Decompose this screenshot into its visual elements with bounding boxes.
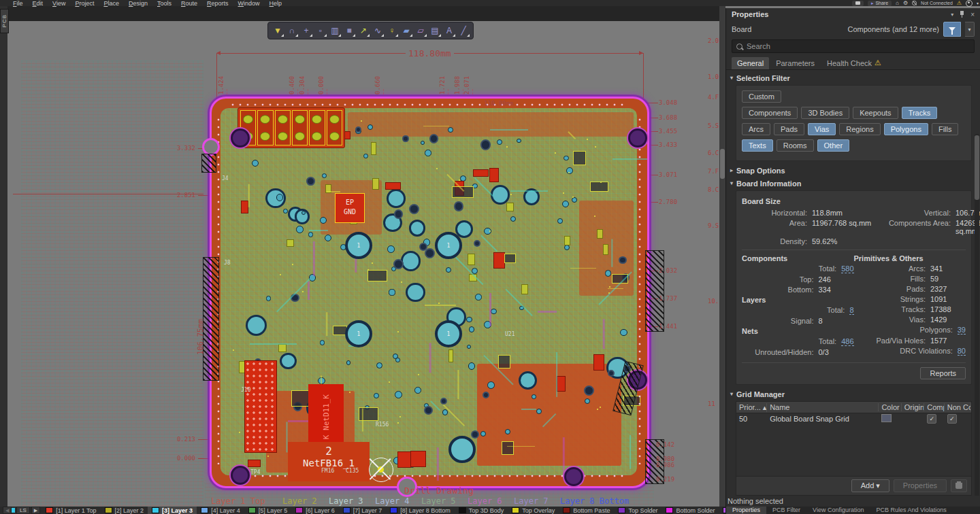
tool-button[interactable]: ▫ — [314, 24, 327, 37]
layer-tab[interactable]: [8] Layer 8 Bottom — [386, 507, 455, 514]
layer-tab[interactable]: [1] Layer 1 Top — [42, 507, 100, 514]
connection-status[interactable]: Not Connected — [921, 1, 953, 5]
column-header[interactable]: Prior... ▴ — [736, 403, 767, 412]
menu-item[interactable]: Window — [233, 0, 265, 7]
panel-bottom-tab[interactable]: PCB Filter — [766, 507, 806, 514]
tool-button[interactable]: ∩ — [285, 24, 299, 37]
panel-tab[interactable]: Parameters — [770, 57, 820, 69]
panel-bottom-tab[interactable]: Properties — [726, 507, 766, 514]
panel-bottom-tab[interactable]: PCB Rules And Violations — [870, 507, 952, 514]
menu-item[interactable]: Reports — [202, 0, 233, 7]
pin-icon[interactable] — [960, 11, 964, 18]
grid-color-swatch[interactable] — [881, 414, 892, 422]
filter-dropdown-button[interactable]: ▾ — [965, 22, 975, 37]
selection-filter-button[interactable]: Arcs — [742, 123, 770, 135]
selection-filter-button[interactable]: Components — [742, 107, 798, 119]
pcb-canvas[interactable]: 118.80mm 110.80mm 106.75mm 1.4240.4600.3… — [7, 6, 719, 507]
section-snap-options[interactable]: ▸Snap Options — [730, 164, 973, 177]
grid-row[interactable]: 50 Global Board Snap Grid — [736, 413, 971, 424]
tool-button[interactable]: ╱ — [457, 24, 470, 37]
section-selection-filter[interactable]: ▾Selection Filter — [730, 71, 973, 84]
non-comp-checkbox[interactable] — [947, 414, 957, 424]
selection-filter-button[interactable]: Texts — [742, 139, 773, 152]
home-icon[interactable]: ⌂ — [896, 1, 899, 6]
selection-filter-button[interactable]: 3D Bodies — [801, 107, 849, 119]
selection-filter-button[interactable]: Keepouts — [853, 107, 898, 119]
pcb-document-tab[interactable]: PCB — [0, 9, 9, 33]
comp-checkbox[interactable] — [927, 414, 936, 424]
tool-button[interactable]: ▱ — [414, 24, 427, 37]
selection-filter-button[interactable]: Fills — [932, 123, 959, 135]
column-header[interactable]: Name — [767, 403, 879, 411]
tool-button[interactable]: ♀ — [385, 24, 399, 37]
object-filter-button[interactable] — [943, 22, 961, 37]
menu-item[interactable]: View — [48, 0, 70, 7]
panel-tab[interactable]: Health Check⚠ — [821, 57, 887, 69]
layer-tab[interactable]: [2] Layer 2 — [101, 507, 148, 514]
layer-tab[interactable]: [7] Layer 7 — [339, 507, 387, 514]
column-header[interactable]: Color — [879, 403, 901, 411]
reports-button[interactable]: Reports — [920, 367, 966, 379]
scroll-layers-left-button[interactable]: ◀ — [3, 507, 12, 514]
column-header[interactable]: Origin — [902, 403, 924, 411]
tool-button[interactable]: A — [442, 24, 456, 37]
layer-tab[interactable]: Top Solder — [614, 507, 662, 514]
selection-filter-button[interactable]: Rooms — [777, 139, 814, 152]
panel-menu-icon[interactable]: ▾ — [951, 12, 953, 18]
tool-button[interactable]: ▥ — [328, 24, 342, 37]
layer-tab[interactable]: Keep-Out Layer — [719, 507, 725, 514]
layer-tab[interactable]: [3] Layer 3 — [148, 507, 197, 514]
chevron-down-icon[interactable]: ▾ — [977, 1, 979, 6]
selection-filter-button[interactable]: Regions — [839, 123, 880, 135]
layer-tab[interactable]: Bottom Solder — [662, 507, 719, 514]
warning-icon[interactable]: ⚠ — [957, 1, 962, 6]
tool-button[interactable]: ▰ — [399, 24, 413, 37]
tool-button[interactable]: ↗ — [357, 24, 370, 37]
delete-grid-button[interactable] — [951, 479, 967, 492]
menu-item[interactable]: Route — [176, 0, 202, 7]
panel-scrollbar-thumb[interactable] — [975, 135, 979, 200]
menu-item[interactable]: Edit — [28, 0, 48, 7]
comments-button[interactable] — [852, 1, 864, 6]
selection-filter-button[interactable]: Other — [817, 139, 850, 152]
tool-button[interactable]: ▼ — [271, 24, 284, 37]
layer-tab[interactable]: [4] Layer 4 — [197, 507, 244, 514]
tool-button[interactable]: ∿ — [371, 24, 385, 37]
layer-tab[interactable]: Bottom Paste — [559, 507, 614, 514]
menu-item[interactable]: Help — [265, 0, 287, 7]
scroll-layers-right-button[interactable]: ▶ — [31, 507, 40, 514]
panel-scrollbar[interactable] — [975, 134, 979, 496]
search-input[interactable]: Search — [732, 39, 975, 53]
filter-custom-button[interactable]: Custom — [742, 90, 781, 103]
canvas-scrollbar-thumb[interactable] — [720, 149, 725, 179]
layer-tab[interactable]: Top 3D Body — [455, 507, 508, 514]
layer-tab[interactable]: [5] Layer 5 — [244, 507, 292, 514]
column-header[interactable]: Comp — [924, 403, 945, 411]
menu-item[interactable]: Place — [99, 0, 124, 7]
tool-button[interactable]: ■ — [342, 24, 356, 37]
layer-tab[interactable]: Top Overlay — [508, 507, 559, 514]
grid-properties-button[interactable]: Properties — [894, 479, 947, 492]
user-avatar-icon[interactable] — [966, 0, 973, 7]
selection-filter-button[interactable]: Vias — [808, 123, 836, 135]
pcb-board[interactable]: EP GND 1 1 1 1 K NetD11_K 2 NetFB16_1 — [210, 97, 649, 488]
add-grid-button[interactable]: Add ▾ — [851, 479, 889, 492]
section-board-information[interactable]: ▾Board Information — [730, 177, 973, 190]
selection-filter-button[interactable]: Pads — [774, 123, 804, 135]
panel-bottom-tab[interactable]: View Configuration — [806, 507, 870, 514]
menu-item[interactable]: Tools — [152, 0, 176, 7]
gear-icon[interactable]: ⚙ — [903, 1, 908, 6]
selection-filter-button[interactable]: Polygons — [884, 123, 928, 135]
section-grid-manager[interactable]: ▾Grid Manager — [730, 388, 973, 400]
tool-button[interactable]: ▤ — [428, 24, 442, 37]
menu-item[interactable]: File — [8, 0, 28, 7]
canvas-scrollbar[interactable] — [719, 6, 725, 507]
share-button[interactable]: ▸Share — [868, 1, 892, 6]
close-icon[interactable]: × — [970, 11, 975, 18]
layer-set-button[interactable]: LS — [16, 507, 30, 514]
column-header[interactable]: Non Comp — [945, 403, 971, 411]
panel-tab[interactable]: General — [732, 57, 769, 69]
selection-filter-button[interactable]: Tracks — [902, 107, 938, 119]
tool-button[interactable]: + — [299, 24, 313, 37]
menu-item[interactable]: Project — [70, 0, 99, 7]
